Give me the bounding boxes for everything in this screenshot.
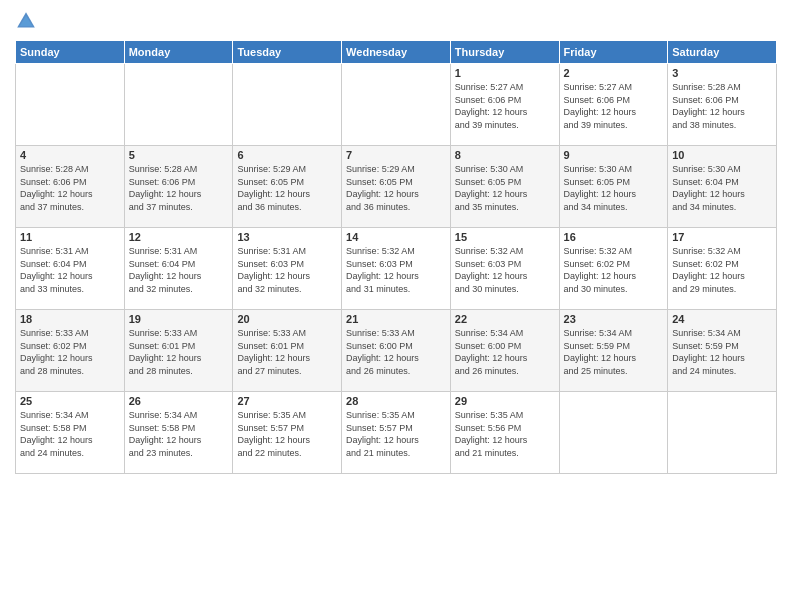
calendar-cell: 17Sunrise: 5:32 AM Sunset: 6:02 PM Dayli… bbox=[668, 228, 777, 310]
day-info: Sunrise: 5:35 AM Sunset: 5:56 PM Dayligh… bbox=[455, 409, 555, 459]
calendar-cell: 21Sunrise: 5:33 AM Sunset: 6:00 PM Dayli… bbox=[342, 310, 451, 392]
calendar-cell: 7Sunrise: 5:29 AM Sunset: 6:05 PM Daylig… bbox=[342, 146, 451, 228]
header-cell-tuesday: Tuesday bbox=[233, 41, 342, 64]
calendar-cell: 9Sunrise: 5:30 AM Sunset: 6:05 PM Daylig… bbox=[559, 146, 668, 228]
calendar-cell: 18Sunrise: 5:33 AM Sunset: 6:02 PM Dayli… bbox=[16, 310, 125, 392]
calendar-cell: 28Sunrise: 5:35 AM Sunset: 5:57 PM Dayli… bbox=[342, 392, 451, 474]
logo bbox=[15, 10, 39, 32]
calendar-cell: 8Sunrise: 5:30 AM Sunset: 6:05 PM Daylig… bbox=[450, 146, 559, 228]
calendar-cell: 16Sunrise: 5:32 AM Sunset: 6:02 PM Dayli… bbox=[559, 228, 668, 310]
calendar-cell: 24Sunrise: 5:34 AM Sunset: 5:59 PM Dayli… bbox=[668, 310, 777, 392]
page: SundayMondayTuesdayWednesdayThursdayFrid… bbox=[0, 0, 792, 612]
week-row-4: 18Sunrise: 5:33 AM Sunset: 6:02 PM Dayli… bbox=[16, 310, 777, 392]
day-info: Sunrise: 5:34 AM Sunset: 5:59 PM Dayligh… bbox=[672, 327, 772, 377]
day-info: Sunrise: 5:34 AM Sunset: 6:00 PM Dayligh… bbox=[455, 327, 555, 377]
week-row-1: 1Sunrise: 5:27 AM Sunset: 6:06 PM Daylig… bbox=[16, 64, 777, 146]
day-info: Sunrise: 5:30 AM Sunset: 6:04 PM Dayligh… bbox=[672, 163, 772, 213]
day-info: Sunrise: 5:28 AM Sunset: 6:06 PM Dayligh… bbox=[672, 81, 772, 131]
day-info: Sunrise: 5:34 AM Sunset: 5:59 PM Dayligh… bbox=[564, 327, 664, 377]
day-number: 10 bbox=[672, 149, 772, 161]
week-row-5: 25Sunrise: 5:34 AM Sunset: 5:58 PM Dayli… bbox=[16, 392, 777, 474]
day-info: Sunrise: 5:27 AM Sunset: 6:06 PM Dayligh… bbox=[455, 81, 555, 131]
day-number: 12 bbox=[129, 231, 229, 243]
day-info: Sunrise: 5:32 AM Sunset: 6:03 PM Dayligh… bbox=[455, 245, 555, 295]
calendar-cell: 14Sunrise: 5:32 AM Sunset: 6:03 PM Dayli… bbox=[342, 228, 451, 310]
header-row: SundayMondayTuesdayWednesdayThursdayFrid… bbox=[16, 41, 777, 64]
day-info: Sunrise: 5:31 AM Sunset: 6:04 PM Dayligh… bbox=[129, 245, 229, 295]
week-row-3: 11Sunrise: 5:31 AM Sunset: 6:04 PM Dayli… bbox=[16, 228, 777, 310]
day-number: 3 bbox=[672, 67, 772, 79]
day-info: Sunrise: 5:28 AM Sunset: 6:06 PM Dayligh… bbox=[129, 163, 229, 213]
logo-icon bbox=[15, 10, 37, 32]
calendar-cell: 15Sunrise: 5:32 AM Sunset: 6:03 PM Dayli… bbox=[450, 228, 559, 310]
day-number: 22 bbox=[455, 313, 555, 325]
day-number: 26 bbox=[129, 395, 229, 407]
calendar-cell: 25Sunrise: 5:34 AM Sunset: 5:58 PM Dayli… bbox=[16, 392, 125, 474]
calendar-cell bbox=[16, 64, 125, 146]
day-number: 9 bbox=[564, 149, 664, 161]
calendar-cell: 10Sunrise: 5:30 AM Sunset: 6:04 PM Dayli… bbox=[668, 146, 777, 228]
day-number: 11 bbox=[20, 231, 120, 243]
day-info: Sunrise: 5:30 AM Sunset: 6:05 PM Dayligh… bbox=[564, 163, 664, 213]
calendar-cell: 4Sunrise: 5:28 AM Sunset: 6:06 PM Daylig… bbox=[16, 146, 125, 228]
calendar-cell bbox=[559, 392, 668, 474]
day-info: Sunrise: 5:32 AM Sunset: 6:02 PM Dayligh… bbox=[672, 245, 772, 295]
day-info: Sunrise: 5:33 AM Sunset: 6:02 PM Dayligh… bbox=[20, 327, 120, 377]
day-number: 17 bbox=[672, 231, 772, 243]
calendar-cell: 26Sunrise: 5:34 AM Sunset: 5:58 PM Dayli… bbox=[124, 392, 233, 474]
day-number: 14 bbox=[346, 231, 446, 243]
calendar-cell: 3Sunrise: 5:28 AM Sunset: 6:06 PM Daylig… bbox=[668, 64, 777, 146]
day-number: 25 bbox=[20, 395, 120, 407]
day-number: 16 bbox=[564, 231, 664, 243]
day-number: 27 bbox=[237, 395, 337, 407]
day-info: Sunrise: 5:28 AM Sunset: 6:06 PM Dayligh… bbox=[20, 163, 120, 213]
calendar-cell: 6Sunrise: 5:29 AM Sunset: 6:05 PM Daylig… bbox=[233, 146, 342, 228]
calendar-cell bbox=[668, 392, 777, 474]
day-number: 15 bbox=[455, 231, 555, 243]
calendar-cell: 27Sunrise: 5:35 AM Sunset: 5:57 PM Dayli… bbox=[233, 392, 342, 474]
calendar-cell: 1Sunrise: 5:27 AM Sunset: 6:06 PM Daylig… bbox=[450, 64, 559, 146]
day-info: Sunrise: 5:34 AM Sunset: 5:58 PM Dayligh… bbox=[20, 409, 120, 459]
day-info: Sunrise: 5:33 AM Sunset: 6:01 PM Dayligh… bbox=[237, 327, 337, 377]
header-cell-wednesday: Wednesday bbox=[342, 41, 451, 64]
calendar-cell: 22Sunrise: 5:34 AM Sunset: 6:00 PM Dayli… bbox=[450, 310, 559, 392]
day-number: 13 bbox=[237, 231, 337, 243]
day-info: Sunrise: 5:35 AM Sunset: 5:57 PM Dayligh… bbox=[237, 409, 337, 459]
calendar-table: SundayMondayTuesdayWednesdayThursdayFrid… bbox=[15, 40, 777, 474]
day-number: 24 bbox=[672, 313, 772, 325]
header-cell-saturday: Saturday bbox=[668, 41, 777, 64]
day-number: 5 bbox=[129, 149, 229, 161]
calendar-cell: 13Sunrise: 5:31 AM Sunset: 6:03 PM Dayli… bbox=[233, 228, 342, 310]
day-number: 18 bbox=[20, 313, 120, 325]
header-cell-monday: Monday bbox=[124, 41, 233, 64]
calendar-cell: 29Sunrise: 5:35 AM Sunset: 5:56 PM Dayli… bbox=[450, 392, 559, 474]
header-cell-sunday: Sunday bbox=[16, 41, 125, 64]
week-row-2: 4Sunrise: 5:28 AM Sunset: 6:06 PM Daylig… bbox=[16, 146, 777, 228]
day-info: Sunrise: 5:30 AM Sunset: 6:05 PM Dayligh… bbox=[455, 163, 555, 213]
calendar-cell bbox=[124, 64, 233, 146]
header-cell-friday: Friday bbox=[559, 41, 668, 64]
day-info: Sunrise: 5:34 AM Sunset: 5:58 PM Dayligh… bbox=[129, 409, 229, 459]
day-info: Sunrise: 5:33 AM Sunset: 6:00 PM Dayligh… bbox=[346, 327, 446, 377]
day-info: Sunrise: 5:35 AM Sunset: 5:57 PM Dayligh… bbox=[346, 409, 446, 459]
day-info: Sunrise: 5:31 AM Sunset: 6:04 PM Dayligh… bbox=[20, 245, 120, 295]
calendar-cell: 11Sunrise: 5:31 AM Sunset: 6:04 PM Dayli… bbox=[16, 228, 125, 310]
day-number: 4 bbox=[20, 149, 120, 161]
day-number: 6 bbox=[237, 149, 337, 161]
day-number: 8 bbox=[455, 149, 555, 161]
day-info: Sunrise: 5:33 AM Sunset: 6:01 PM Dayligh… bbox=[129, 327, 229, 377]
day-info: Sunrise: 5:29 AM Sunset: 6:05 PM Dayligh… bbox=[237, 163, 337, 213]
calendar-cell: 12Sunrise: 5:31 AM Sunset: 6:04 PM Dayli… bbox=[124, 228, 233, 310]
day-info: Sunrise: 5:29 AM Sunset: 6:05 PM Dayligh… bbox=[346, 163, 446, 213]
day-info: Sunrise: 5:32 AM Sunset: 6:03 PM Dayligh… bbox=[346, 245, 446, 295]
calendar-cell bbox=[233, 64, 342, 146]
day-number: 2 bbox=[564, 67, 664, 79]
calendar-cell: 19Sunrise: 5:33 AM Sunset: 6:01 PM Dayli… bbox=[124, 310, 233, 392]
calendar-cell: 23Sunrise: 5:34 AM Sunset: 5:59 PM Dayli… bbox=[559, 310, 668, 392]
day-number: 20 bbox=[237, 313, 337, 325]
header-cell-thursday: Thursday bbox=[450, 41, 559, 64]
calendar-cell bbox=[342, 64, 451, 146]
calendar-cell: 5Sunrise: 5:28 AM Sunset: 6:06 PM Daylig… bbox=[124, 146, 233, 228]
day-number: 1 bbox=[455, 67, 555, 79]
day-number: 28 bbox=[346, 395, 446, 407]
